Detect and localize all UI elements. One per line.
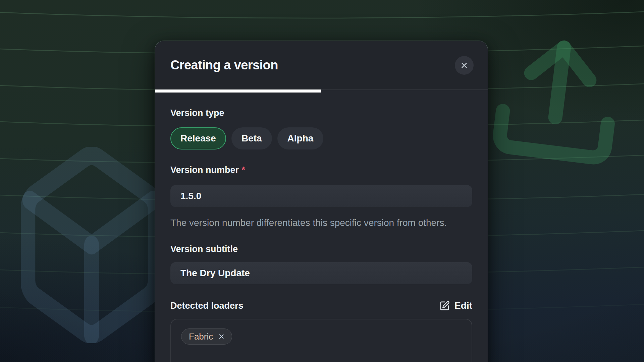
upload-icon (479, 19, 636, 180)
loader-chip-label: Fabric (189, 331, 213, 342)
x-icon (460, 61, 469, 70)
modal-title: Creating a version (170, 58, 278, 72)
version-number-input[interactable] (170, 185, 472, 207)
type-alpha-button[interactable]: Alpha (277, 127, 324, 149)
type-beta-button[interactable]: Beta (231, 127, 272, 149)
remove-loader-button[interactable] (218, 333, 225, 340)
type-release-button[interactable]: Release (170, 127, 226, 149)
box-icon (21, 147, 162, 343)
version-type-options: Release Beta Alpha (170, 127, 472, 149)
version-number-label: Version number* (170, 165, 472, 175)
modal-body: Version type Release Beta Alpha Version … (155, 93, 488, 362)
detected-loaders-label: Detected loaders (170, 300, 244, 311)
progress-fill (155, 89, 321, 93)
square-pen-icon (439, 301, 450, 311)
edit-label: Edit (454, 300, 472, 311)
detected-loaders-box: Fabric (170, 319, 472, 362)
version-type-label: Version type (170, 108, 472, 118)
progress-bar (155, 89, 488, 93)
x-icon (218, 333, 225, 340)
version-subtitle-input[interactable] (170, 262, 472, 284)
version-subtitle-label: Version subtitle (170, 244, 472, 254)
edit-loaders-button[interactable]: Edit (439, 300, 472, 311)
loader-chip-fabric: Fabric (181, 328, 232, 345)
version-number-help: The version number differentiates this s… (170, 216, 466, 230)
detected-loaders-row: Detected loaders Edit (170, 300, 472, 311)
required-asterisk: * (241, 165, 245, 175)
modal-header: Creating a version (155, 41, 488, 89)
creating-version-modal: Creating a version Version type Release … (155, 41, 488, 362)
close-button[interactable] (455, 56, 474, 75)
page-background: Creating a version Version type Release … (0, 0, 644, 362)
